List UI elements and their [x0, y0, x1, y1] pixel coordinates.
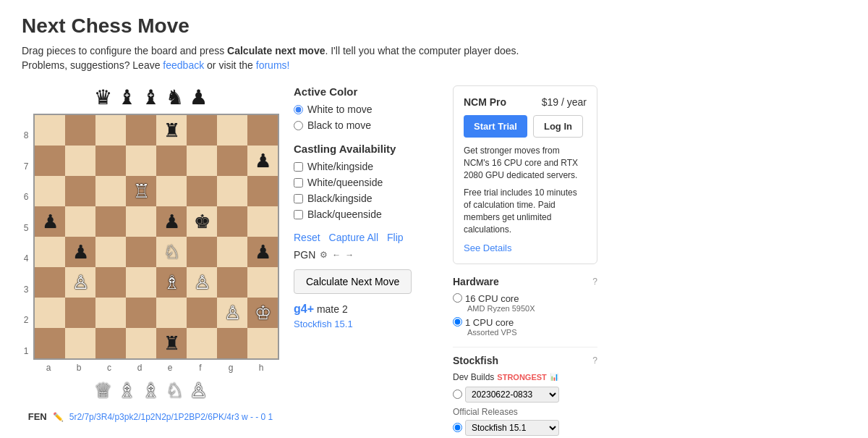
board-cell[interactable] — [95, 206, 126, 237]
tray-piece-bishop2-black[interactable]: ♝ — [142, 85, 160, 109]
board-cell[interactable]: ♟ — [247, 237, 278, 267]
board-cell[interactable] — [217, 115, 247, 146]
board-cell[interactable] — [126, 328, 156, 358]
board-cell[interactable]: ♜ — [156, 115, 187, 146]
board-cell[interactable]: ♗ — [156, 267, 187, 298]
dev-builds-select[interactable]: 20230622-0833 — [465, 387, 559, 403]
board-cell[interactable] — [126, 206, 156, 237]
board-cell[interactable] — [187, 237, 217, 267]
hw-1cpu-radio[interactable] — [453, 317, 462, 327]
board-cell[interactable] — [126, 267, 156, 298]
board-cell[interactable]: ♟ — [65, 237, 95, 267]
board-cell[interactable] — [35, 146, 65, 176]
stockfish-result-link[interactable]: Stockfish 15.1 — [294, 319, 438, 329]
board-cell[interactable] — [247, 206, 278, 237]
board-cell[interactable] — [156, 298, 187, 328]
board-cell[interactable] — [95, 237, 126, 267]
board-cell[interactable] — [65, 176, 95, 206]
board-cell[interactable] — [217, 146, 247, 176]
board-cell[interactable] — [126, 146, 156, 176]
board-cell[interactable] — [217, 206, 247, 237]
board-cell[interactable] — [65, 328, 95, 358]
login-button[interactable]: Log In — [533, 115, 583, 138]
board-cell[interactable] — [156, 146, 187, 176]
board-cell[interactable] — [217, 267, 247, 298]
tray-piece-bishop2-white[interactable]: ♗ — [142, 379, 160, 403]
board-cell[interactable] — [126, 298, 156, 328]
board-cell[interactable] — [217, 328, 247, 358]
hw-16cpu-radio[interactable] — [453, 293, 462, 303]
tray-piece-queen-white[interactable]: ♕ — [94, 379, 112, 403]
tray-piece-knight-black[interactable]: ♞ — [166, 85, 184, 109]
tray-piece-bishop-white[interactable]: ♗ — [118, 379, 136, 403]
board-cell[interactable]: ♟ — [35, 206, 65, 237]
arrow-left-icon[interactable]: ← — [332, 250, 341, 260]
board-cell[interactable] — [65, 206, 95, 237]
tray-piece-pawn-black[interactable]: ♟ — [190, 85, 208, 109]
white-to-move-radio[interactable] — [294, 105, 303, 114]
flip-link[interactable]: Flip — [387, 232, 404, 243]
board-cell[interactable] — [95, 328, 126, 358]
board-cell[interactable] — [35, 176, 65, 206]
board-cell[interactable] — [95, 115, 126, 146]
board-cell[interactable] — [187, 176, 217, 206]
capture-all-link[interactable]: Capture All — [329, 232, 378, 243]
castling-bk[interactable]: Black/kingside — [294, 193, 438, 204]
forums-link[interactable]: forums! — [256, 59, 290, 71]
board-cell[interactable] — [247, 328, 278, 358]
black-to-move-option[interactable]: Black to move — [294, 119, 438, 131]
black-to-move-radio[interactable] — [294, 121, 303, 130]
board-cell[interactable] — [187, 115, 217, 146]
fen-edit-icon[interactable]: ✏️ — [53, 412, 64, 422]
board-cell[interactable] — [247, 176, 278, 206]
board-cell[interactable] — [35, 298, 65, 328]
board-cell[interactable]: ♙ — [217, 298, 247, 328]
castling-wk[interactable]: White/kingside — [294, 161, 438, 172]
board-cell[interactable] — [187, 146, 217, 176]
white-to-move-option[interactable]: White to move — [294, 104, 438, 115]
board-cell[interactable] — [95, 146, 126, 176]
reset-link[interactable]: Reset — [294, 232, 320, 243]
stockfish-info-icon[interactable]: ? — [592, 355, 597, 366]
tray-piece-knight-white[interactable]: ♘ — [166, 379, 184, 403]
board-cell[interactable]: ♟ — [247, 146, 278, 176]
board-cell[interactable] — [95, 267, 126, 298]
see-details-link[interactable]: See Details — [464, 243, 511, 253]
board-cell[interactable] — [35, 115, 65, 146]
castling-bq[interactable]: Black/queenside — [294, 209, 438, 220]
board-cell[interactable]: ♔ — [247, 298, 278, 328]
board-cell[interactable] — [126, 237, 156, 267]
board-cell[interactable] — [247, 115, 278, 146]
settings-icon[interactable]: ⚙ — [320, 250, 328, 260]
board-cell[interactable] — [247, 267, 278, 298]
feedback-link[interactable]: feedback — [163, 59, 204, 71]
board-cell[interactable]: ♘ — [156, 237, 187, 267]
board-cell[interactable]: ♚ — [187, 206, 217, 237]
board-cell[interactable] — [187, 328, 217, 358]
board-cell[interactable] — [126, 115, 156, 146]
board-cell[interactable] — [35, 237, 65, 267]
hardware-info-icon[interactable]: ? — [592, 277, 597, 287]
board-cell[interactable] — [217, 237, 247, 267]
dev-builds-radio[interactable] — [453, 389, 462, 399]
calculate-button[interactable]: Calculate Next Move — [294, 269, 412, 294]
board-cell[interactable]: ♜ — [156, 328, 187, 358]
start-trial-button[interactable]: Start Trial — [464, 115, 527, 138]
piece-tray-top[interactable]: ♛ ♝ ♝ ♞ ♟ — [94, 85, 208, 109]
board-cell[interactable] — [65, 115, 95, 146]
board-cell[interactable] — [95, 298, 126, 328]
board-cell[interactable]: ♖ — [126, 176, 156, 206]
board-cell[interactable] — [187, 298, 217, 328]
official-releases-radio[interactable] — [453, 423, 462, 432]
fen-value[interactable]: 5r2/7p/3R4/p3pk2/1p2N2p/1P2BP2/6PK/4r3 w… — [69, 412, 273, 422]
board-cell[interactable] — [65, 298, 95, 328]
board-cell[interactable]: ♙ — [65, 267, 95, 298]
board-cell[interactable] — [217, 176, 247, 206]
piece-tray-bottom[interactable]: ♕ ♗ ♗ ♘ ♙ — [94, 379, 208, 403]
board-cell[interactable] — [35, 267, 65, 298]
chess-board[interactable]: ♜♟♖♟♟♚♟♘♟♙♗♙♙♔♜ — [33, 114, 279, 360]
board-cell[interactable]: ♙ — [187, 267, 217, 298]
castling-wq[interactable]: White/queenside — [294, 177, 438, 188]
board-cell[interactable] — [65, 146, 95, 176]
tray-piece-pawn-white[interactable]: ♙ — [190, 379, 208, 403]
